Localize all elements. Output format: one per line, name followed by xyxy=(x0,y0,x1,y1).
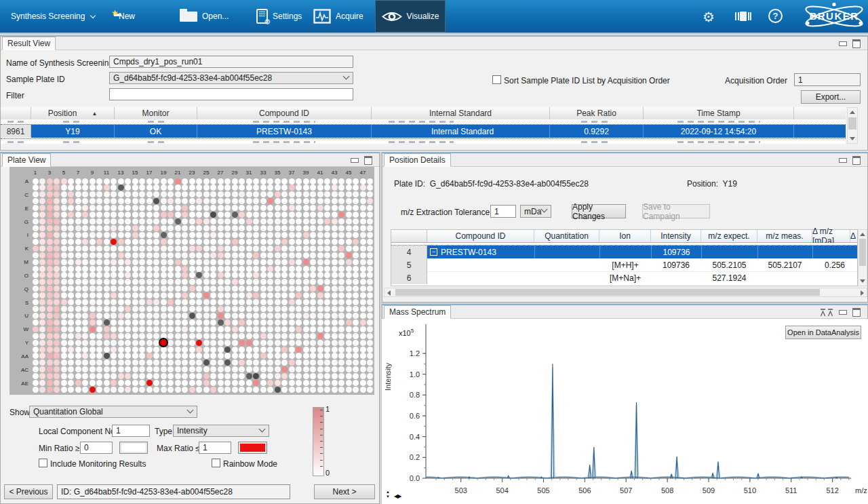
plate-well[interactable] xyxy=(33,366,39,372)
open-in-dataanalysis-button[interactable]: Open in DataAnalysis xyxy=(785,326,861,339)
plate-well[interactable] xyxy=(281,185,288,191)
plate-well[interactable] xyxy=(210,252,216,258)
plate-well[interactable] xyxy=(218,326,224,332)
plate-well[interactable] xyxy=(146,326,153,332)
plate-well[interactable] xyxy=(332,191,338,197)
plate-well[interactable] xyxy=(118,259,124,265)
plate-well[interactable] xyxy=(239,299,245,305)
plate-well[interactable] xyxy=(125,239,131,245)
plate-well[interactable] xyxy=(310,292,316,298)
plate-well[interactable] xyxy=(33,319,39,326)
plate-well[interactable] xyxy=(167,191,174,197)
plate-well[interactable] xyxy=(232,326,238,332)
plate-well[interactable] xyxy=(324,360,330,366)
plate-well[interactable] xyxy=(90,347,96,353)
plate-well[interactable] xyxy=(61,259,67,265)
plate-well[interactable] xyxy=(338,191,344,197)
plate-well[interactable] xyxy=(224,185,231,191)
plate-well[interactable] xyxy=(182,266,188,272)
plate-well[interactable] xyxy=(281,366,288,372)
plate-well[interactable] xyxy=(367,340,373,346)
plate-well[interactable] xyxy=(317,266,323,272)
plate-well[interactable] xyxy=(210,259,216,265)
plate-well[interactable] xyxy=(189,340,195,346)
plate-well[interactable] xyxy=(111,333,117,339)
plate-well[interactable] xyxy=(303,198,309,204)
plate-well[interactable] xyxy=(104,347,110,353)
plate-well[interactable] xyxy=(210,353,216,359)
plate-well[interactable] xyxy=(182,205,188,211)
plate-well[interactable] xyxy=(267,218,273,225)
plate-well[interactable] xyxy=(346,387,352,393)
plate-well[interactable] xyxy=(246,299,252,305)
plate-well[interactable] xyxy=(159,338,168,347)
zoom-y-icon[interactable]: ▲▼ xyxy=(384,490,392,502)
mass-spectrum-plot[interactable]: 0.00.20.40.60.81.01.25035045055065075085… xyxy=(382,319,868,504)
plate-well[interactable] xyxy=(332,380,338,386)
plate-well[interactable] xyxy=(90,218,96,225)
plate-well[interactable] xyxy=(39,313,45,319)
plate-well[interactable] xyxy=(296,326,302,332)
plate-well[interactable] xyxy=(196,218,202,225)
plate-well[interactable] xyxy=(139,266,145,272)
plate-well[interactable] xyxy=(146,232,153,238)
plate-well[interactable] xyxy=(310,232,316,238)
plate-well[interactable] xyxy=(82,387,88,393)
plate-well[interactable] xyxy=(317,347,323,353)
plate-well[interactable] xyxy=(210,185,216,191)
plate-well[interactable] xyxy=(346,185,352,191)
column-header-mz-meas[interactable]: m/z meas. xyxy=(757,230,812,243)
plate-well[interactable] xyxy=(360,286,366,292)
plate-well[interactable] xyxy=(47,185,53,191)
plate-well[interactable] xyxy=(310,266,316,272)
plate-well[interactable] xyxy=(324,191,330,197)
plate-well[interactable] xyxy=(82,205,88,211)
plate-well[interactable] xyxy=(360,178,366,185)
plate-well[interactable] xyxy=(260,292,267,298)
plate-well[interactable] xyxy=(317,340,323,346)
plate-well[interactable] xyxy=(360,326,366,332)
plate-well[interactable] xyxy=(310,239,316,245)
plate-well[interactable] xyxy=(232,218,238,225)
plate-well[interactable] xyxy=(246,205,252,211)
plate-well[interactable] xyxy=(224,380,231,386)
plate-well[interactable] xyxy=(253,292,259,298)
plate-well[interactable] xyxy=(75,313,81,319)
plate-well[interactable] xyxy=(367,333,373,339)
plate-well[interactable] xyxy=(332,319,338,326)
plate-well[interactable] xyxy=(224,286,231,292)
plate-well[interactable] xyxy=(125,319,131,326)
plate-well[interactable] xyxy=(332,225,338,231)
plate-well[interactable] xyxy=(75,178,81,185)
plate-well[interactable] xyxy=(317,353,323,359)
plate-well[interactable] xyxy=(96,373,102,379)
plate-well[interactable] xyxy=(338,340,344,346)
plate-well[interactable] xyxy=(203,252,210,258)
plate-well[interactable] xyxy=(111,353,117,359)
plate-well[interactable] xyxy=(33,326,39,332)
plate-well[interactable] xyxy=(189,313,195,319)
plate-well[interactable] xyxy=(196,306,202,312)
plate-well[interactable] xyxy=(303,246,309,252)
plate-well[interactable] xyxy=(260,239,267,245)
plate-well[interactable] xyxy=(167,360,174,366)
plate-well[interactable] xyxy=(346,292,352,298)
plate-well[interactable] xyxy=(75,360,81,366)
plate-well[interactable] xyxy=(75,333,81,339)
plate-well[interactable] xyxy=(232,191,238,197)
plate-well[interactable] xyxy=(332,313,338,319)
plate-well[interactable] xyxy=(239,246,245,252)
plate-well[interactable] xyxy=(353,326,359,332)
plate-well[interactable] xyxy=(182,198,188,204)
plate-well[interactable] xyxy=(332,306,338,312)
plate-well[interactable] xyxy=(210,272,216,278)
plate-well[interactable] xyxy=(104,333,110,339)
plate-well[interactable] xyxy=(346,313,352,319)
plate-well[interactable] xyxy=(353,340,359,346)
plate-well[interactable] xyxy=(153,266,159,272)
plate-well[interactable] xyxy=(210,340,216,346)
plate-well[interactable] xyxy=(196,272,202,278)
plate-well[interactable] xyxy=(125,366,131,372)
plate-well[interactable] xyxy=(224,313,231,319)
plate-well[interactable] xyxy=(324,326,330,332)
